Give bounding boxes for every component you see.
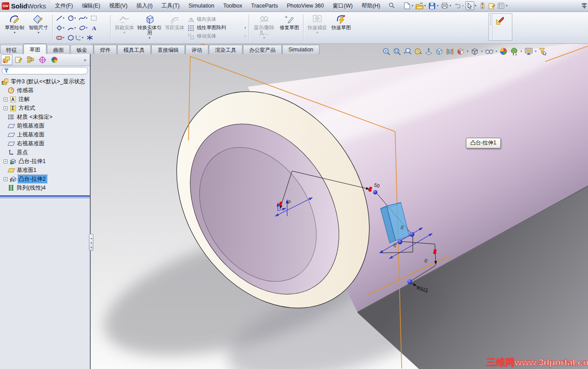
ellipse-icon[interactable] [78,24,86,31]
spline-icon[interactable] [78,15,86,21]
tree-item-sensors[interactable]: 传感器 [0,86,90,95]
tab-sketch[interactable]: 草图 [23,44,46,54]
menu-pin-icon[interactable] [388,2,395,10]
display-manager-tab[interactable] [49,54,60,65]
sketch-text-icon[interactable]: A [90,24,97,31]
tree-item-plane1[interactable]: 基准面1 [0,166,90,175]
polygon-icon[interactable] [67,34,74,41]
line-icon[interactable] [55,15,63,21]
tab-features[interactable]: 特征 [0,45,23,54]
menu-file[interactable]: 文件(F) [50,0,77,12]
menu-help[interactable]: 帮助(H) [357,0,384,12]
rollback-bar[interactable] [0,195,90,198]
menu-simulation[interactable]: Simulation [184,0,219,12]
3d-drawing-view-icon[interactable] [445,47,454,56]
tree-item-linear-pattern4[interactable]: 阵列(线性)4 [0,183,90,192]
expand-toggle[interactable]: + [4,159,8,163]
viewport-3d[interactable]: 基准面1 [91,44,588,369]
panel-splitter-button[interactable]: ◂◂◂ [89,234,93,251]
tab-evaluate[interactable]: 评估 [185,45,208,54]
tree-item-annotations[interactable]: + A 注解 [0,95,90,104]
view-settings-icon[interactable] [524,47,533,56]
tree-item-material[interactable]: 材质 <未指定> [0,113,90,121]
expand-toggle[interactable]: + [4,97,8,101]
menu-edit[interactable]: 编辑(E) [77,0,105,12]
tree-item-equations[interactable]: + Σ 方程式 [0,104,90,113]
tab-simulation[interactable]: Simulation [282,45,319,54]
tab-direct-editing[interactable]: 直接编辑 [151,45,185,54]
toolbar-drag-handle[interactable] [489,14,492,40]
fillet-icon[interactable]: + [74,34,82,41]
rapid-sketch-button[interactable]: 快速草图 [329,13,353,43]
repair-sketch-button[interactable]: + 修复草图 [277,13,301,43]
task-list-icon[interactable] [497,1,506,10]
corner-rectangle-icon[interactable] [90,15,97,21]
panel-expand-chevron[interactable]: » [84,58,89,62]
tree-item-boss-extrude1[interactable]: + 凸台-拉伸1 [0,157,90,166]
display-style-icon[interactable] [470,47,480,56]
menu-toolbox[interactable]: Toolbox [219,0,246,12]
menu-view[interactable]: 视图(V) [105,0,132,12]
edit-appearance-icon[interactable] [499,47,508,56]
display-delete-relations-button: 显示/删除几… ▾ [251,13,277,43]
view-orientation-icon[interactable] [456,47,465,56]
tree-item-right-plane[interactable]: 右视基准面 [0,139,90,148]
menu-tools[interactable]: 工具(T) [157,0,184,12]
feature-manager-tab[interactable] [1,54,12,65]
zoom-to-fit-icon[interactable] [381,47,391,56]
slot-icon[interactable] [55,34,63,41]
tab-sheet-metal[interactable]: 钣金 [70,45,93,54]
convert-entities-button[interactable]: 转换实体引用 ▾ [136,13,163,43]
apply-scene-icon[interactable] [510,47,519,56]
save-icon[interactable] [428,1,437,10]
tab-weldments[interactable]: 焊件 [94,45,117,54]
traffic-light-icon[interactable] [478,1,487,10]
design-binder-icon[interactable] [488,1,496,10]
tree-item-origin[interactable]: 原点 [0,148,90,157]
menu-window[interactable]: 窗口(W) [328,0,357,12]
selection-filter-icon[interactable] [538,47,548,56]
tree-item-top-plane[interactable]: 上视基准面 [0,130,90,139]
tab-render-tools[interactable]: 渲染工具 [209,45,242,54]
menu-insert[interactable]: 插入(I) [132,0,157,12]
circle-icon[interactable] [67,15,74,21]
arc-icon[interactable] [67,24,74,31]
expand-toggle[interactable]: + [4,177,8,181]
sketch-draw-button[interactable]: 草图绘制 ▾ [3,13,27,43]
select-cursor-icon[interactable] [465,1,474,10]
origin-icon [8,149,15,156]
instant3d-button[interactable] [493,15,507,27]
tab-mold-tools[interactable]: 模具工具 [117,45,151,54]
zoom-to-area-icon[interactable] [392,47,401,56]
move-entities-icon [188,33,195,39]
print-icon[interactable] [440,1,449,10]
view-orientation-cube-icon[interactable] [434,47,444,56]
tab-office-products[interactable]: 办公室产品 [243,45,282,54]
mirror-entities-row: 镜向实体 [188,16,246,23]
tree-filter-row [0,66,90,76]
configuration-manager-tab[interactable] [25,54,36,65]
solidworks-badge-icon: SW [2,2,9,10]
expand-toggle[interactable]: + [4,106,8,110]
measure-icon[interactable] [413,47,423,56]
tree-filter-input[interactable] [11,68,88,74]
menu-photoview[interactable]: PhotoView 360 [282,0,328,12]
menu-traceparts[interactable]: TraceParts [246,0,282,12]
annotations-icon: A [9,96,16,103]
hide-show-items-icon[interactable] [484,47,494,56]
mirror-entities-icon [188,16,195,23]
smart-dimension-button[interactable]: 智能尺寸 ▾ [27,13,50,43]
dimxpert-manager-tab[interactable] [37,54,48,65]
point-icon[interactable] [86,34,93,41]
section-view-icon[interactable] [424,47,433,56]
tree-root-part[interactable]: 零件3 (默认<<默认>_显示状态 [0,77,90,86]
open-document-icon[interactable] [415,1,424,10]
linear-sketch-pattern-row[interactable]: 线性草图阵列 ▾ [188,24,246,31]
new-document-icon[interactable] [403,1,411,10]
tree-item-boss-extrude2[interactable]: + 凸台-拉伸2 [0,175,90,183]
property-manager-tab[interactable] [13,54,24,65]
tab-surfaces[interactable]: 曲面 [47,45,70,54]
zoom-to-selection-icon[interactable] [403,47,412,56]
tree-item-front-plane[interactable]: 前视基准面 [0,121,90,130]
diamond-icon[interactable] [55,24,63,31]
